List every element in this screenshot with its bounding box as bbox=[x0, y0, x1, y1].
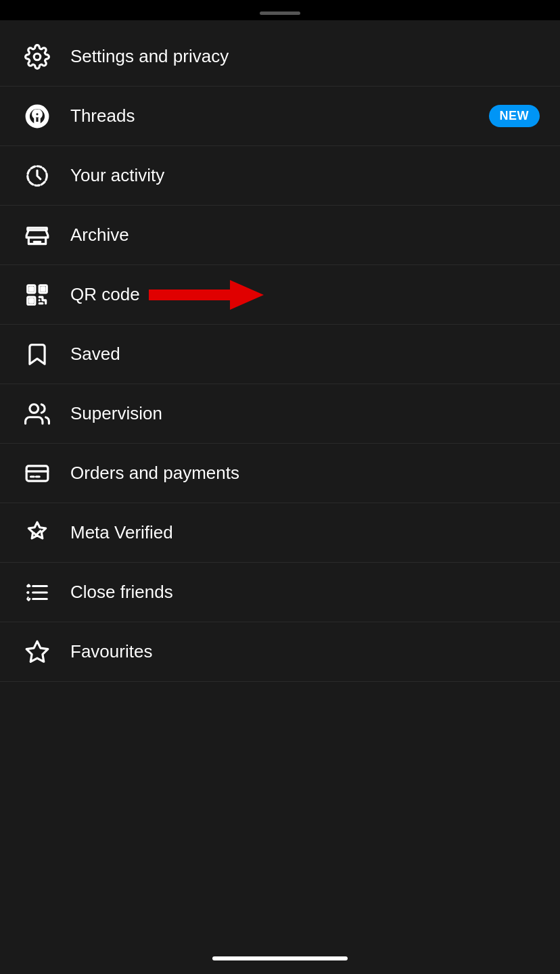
menu-item-orders-payments[interactable]: Orders and payments bbox=[0, 444, 560, 503]
home-indicator bbox=[212, 956, 348, 960]
your-activity-label: Your activity bbox=[70, 165, 540, 186]
settings-privacy-label: Settings and privacy bbox=[70, 46, 540, 67]
menu-item-meta-verified[interactable]: Meta Verified bbox=[0, 503, 560, 563]
svg-marker-20 bbox=[27, 596, 29, 597]
menu-item-settings-privacy[interactable]: Settings and privacy bbox=[0, 27, 560, 87]
svg-point-0 bbox=[34, 53, 41, 60]
close-friends-icon bbox=[20, 576, 54, 609]
favourites-label: Favourites bbox=[70, 641, 540, 662]
drag-handle bbox=[260, 11, 300, 15]
settings-icon bbox=[20, 40, 54, 74]
star-icon bbox=[20, 635, 54, 669]
drag-handle-bar bbox=[0, 0, 560, 20]
threads-icon bbox=[20, 99, 54, 133]
menu-item-saved[interactable]: Saved bbox=[0, 325, 560, 384]
menu-item-threads[interactable]: Threads NEW bbox=[0, 87, 560, 146]
saved-icon bbox=[20, 338, 54, 371]
verified-icon bbox=[20, 516, 54, 550]
archive-icon bbox=[20, 218, 54, 252]
red-arrow-svg bbox=[149, 280, 264, 310]
svg-marker-8 bbox=[149, 280, 264, 310]
svg-rect-5 bbox=[30, 287, 33, 290]
close-friends-label: Close friends bbox=[70, 582, 540, 603]
svg-point-19 bbox=[27, 591, 30, 594]
svg-point-9 bbox=[30, 404, 39, 413]
supervision-icon bbox=[20, 397, 54, 431]
supervision-label: Supervision bbox=[70, 403, 540, 424]
qr-code-label: QR code bbox=[70, 284, 540, 305]
menu-item-qr-code[interactable]: QR code bbox=[0, 265, 560, 325]
svg-rect-7 bbox=[30, 299, 33, 302]
archive-label: Archive bbox=[70, 225, 540, 246]
menu-list: Settings and privacy Threads NEW Your ac… bbox=[0, 27, 560, 682]
menu-item-close-friends[interactable]: Close friends bbox=[0, 563, 560, 622]
activity-icon bbox=[20, 159, 54, 193]
threads-label: Threads bbox=[70, 106, 489, 126]
meta-verified-label: Meta Verified bbox=[70, 522, 540, 543]
menu-item-supervision[interactable]: Supervision bbox=[0, 384, 560, 444]
orders-payments-label: Orders and payments bbox=[70, 463, 540, 484]
qr-icon bbox=[20, 278, 54, 312]
card-icon bbox=[20, 457, 54, 490]
svg-rect-10 bbox=[26, 465, 48, 480]
menu-item-your-activity[interactable]: Your activity bbox=[0, 146, 560, 206]
menu-item-favourites[interactable]: Favourites bbox=[0, 622, 560, 682]
new-badge: NEW bbox=[489, 105, 540, 127]
svg-marker-21 bbox=[26, 641, 48, 662]
red-arrow-annotation bbox=[149, 280, 264, 310]
saved-label: Saved bbox=[70, 344, 540, 365]
svg-rect-6 bbox=[41, 287, 45, 290]
svg-point-18 bbox=[27, 584, 30, 587]
menu-item-archive[interactable]: Archive bbox=[0, 206, 560, 265]
